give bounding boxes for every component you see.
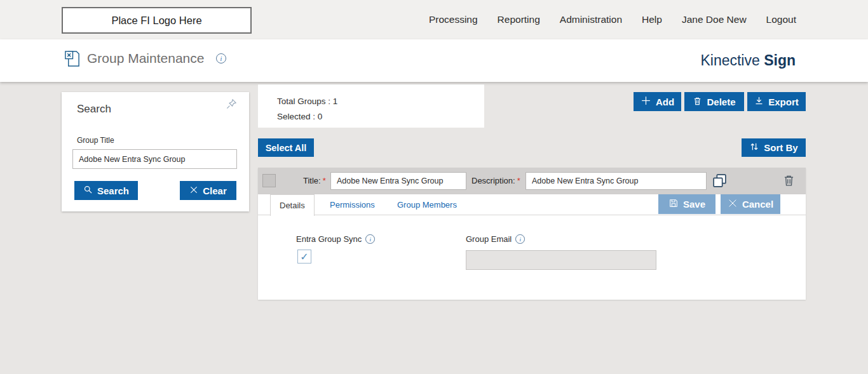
- top-header: Place FI Logo Here Processing Reporting …: [0, 0, 868, 39]
- selected-count: Selected : 0: [277, 112, 322, 121]
- group-email-field: [466, 250, 656, 270]
- copy-icon[interactable]: [712, 173, 728, 191]
- description-label: Description:*: [471, 176, 520, 185]
- row-trash-icon[interactable]: [782, 173, 796, 190]
- brand-kinective: Kinective: [700, 52, 759, 69]
- export-button-label: Export: [768, 97, 799, 107]
- title-required-asterisk: *: [323, 176, 326, 185]
- plus-icon: [641, 95, 651, 108]
- group-email-info-icon[interactable]: i: [515, 234, 525, 244]
- tab-details[interactable]: Details: [270, 194, 315, 216]
- tab-group-members[interactable]: Group Members: [388, 194, 466, 215]
- total-groups-count: Total Groups : 1: [277, 97, 337, 106]
- pin-icon[interactable]: [225, 98, 238, 113]
- page: Place FI Logo Here Processing Reporting …: [0, 0, 868, 374]
- entra-group-sync-label: Entra Group Sync: [296, 234, 362, 244]
- delete-button[interactable]: Delete: [684, 92, 744, 111]
- group-maintenance-icon: [64, 50, 81, 70]
- save-disk-icon: [668, 198, 679, 210]
- tab-details-label: Details: [280, 201, 305, 210]
- top-nav: Processing Reporting Administration Help…: [429, 0, 796, 39]
- group-title-field[interactable]: [330, 172, 466, 190]
- select-all-label: Select All: [266, 143, 307, 153]
- trash-icon: [693, 96, 702, 108]
- checkmark-icon: ✓: [300, 251, 308, 263]
- tab-group-members-label: Group Members: [397, 200, 457, 210]
- tab-permissions-label: Permissions: [330, 200, 375, 210]
- export-button[interactable]: Export: [747, 92, 806, 111]
- brand-sign: Sign: [764, 52, 796, 69]
- search-button[interactable]: Search: [74, 181, 138, 200]
- nav-user[interactable]: Jane Doe New: [682, 14, 747, 25]
- title-label: Title:*: [303, 176, 326, 185]
- cancel-button-label: Cancel: [742, 199, 773, 210]
- summary-box: Total Groups : 1 Selected : 0: [258, 84, 484, 128]
- description-required-asterisk: *: [517, 176, 520, 185]
- brand-logo: Kinective Sign: [700, 52, 796, 69]
- title-bar: Group Maintenance i Kinective Sign: [0, 39, 868, 82]
- sort-by-button[interactable]: Sort By: [742, 138, 806, 157]
- fi-logo-text: Place FI Logo Here: [111, 15, 201, 27]
- group-email-label-row: Group Email i: [466, 234, 525, 244]
- entra-group-sync-label-row: Entra Group Sync i: [296, 234, 375, 244]
- add-button[interactable]: Add: [634, 92, 681, 111]
- entra-group-sync-info-icon[interactable]: i: [365, 234, 375, 244]
- search-panel: Search Group Title Search Clear: [62, 92, 249, 211]
- group-title-input[interactable]: [72, 149, 237, 169]
- page-title-info-icon[interactable]: i: [216, 53, 226, 63]
- sort-by-label: Sort By: [764, 142, 797, 153]
- cancel-x-icon: [728, 198, 738, 210]
- add-button-label: Add: [656, 97, 674, 107]
- select-all-button[interactable]: Select All: [258, 138, 314, 157]
- sort-arrows-icon: [749, 142, 759, 154]
- search-icon: [83, 185, 93, 196]
- tab-permissions[interactable]: Permissions: [321, 194, 384, 215]
- search-panel-title: Search: [77, 103, 111, 116]
- cancel-button[interactable]: Cancel: [721, 194, 780, 214]
- group-title-label: Group Title: [77, 136, 114, 145]
- group-description-field[interactable]: [526, 172, 707, 190]
- fi-logo-placeholder: Place FI Logo Here: [62, 7, 252, 34]
- nav-help[interactable]: Help: [642, 14, 662, 25]
- save-button[interactable]: Save: [658, 194, 715, 214]
- search-button-label: Search: [97, 185, 129, 196]
- title-label-text: Title:: [303, 176, 321, 185]
- entra-group-sync-checkbox[interactable]: ✓: [297, 250, 311, 264]
- clear-x-icon: [189, 185, 198, 196]
- nav-administration[interactable]: Administration: [560, 14, 622, 25]
- save-button-label: Save: [683, 199, 705, 210]
- clear-button[interactable]: Clear: [180, 181, 236, 200]
- nav-reporting[interactable]: Reporting: [498, 14, 540, 25]
- description-label-text: Description:: [471, 176, 515, 185]
- group-row-checkbox[interactable]: [262, 174, 276, 187]
- group-detail-card: Details Permissions Group Members Save C…: [258, 194, 806, 300]
- page-title: Group Maintenance: [87, 51, 204, 66]
- nav-processing[interactable]: Processing: [429, 14, 478, 25]
- group-email-label: Group Email: [466, 234, 512, 244]
- delete-button-label: Delete: [707, 97, 735, 107]
- group-row: Title:* Description:*: [258, 168, 806, 194]
- download-icon: [754, 96, 764, 107]
- nav-logout[interactable]: Logout: [766, 14, 796, 25]
- clear-button-label: Clear: [203, 185, 227, 196]
